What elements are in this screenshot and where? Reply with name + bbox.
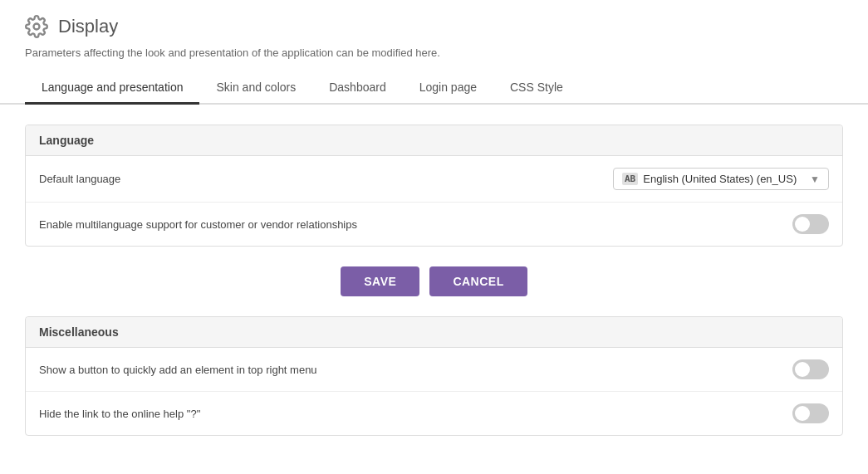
multilanguage-row: Enable multilanguage support for custome…	[26, 203, 842, 246]
page-title: Display	[58, 16, 118, 37]
hide-help-label: Hide the link to the online help "?"	[39, 408, 200, 420]
hide-help-control	[792, 403, 829, 423]
content-area: Language Default language AB English (Un…	[0, 105, 868, 474]
svg-point-0	[34, 24, 40, 30]
tab-dashboard[interactable]: Dashboard	[312, 72, 403, 105]
miscellaneous-section: Miscellaneous Show a button to quickly a…	[25, 316, 843, 436]
language-select-wrapper[interactable]: AB English (United States) (en_US) Frenc…	[613, 168, 829, 190]
language-select[interactable]: English (United States) (en_US) French (…	[643, 173, 805, 185]
tabs-bar: Language and presentation Skin and color…	[0, 72, 868, 105]
dropdown-arrow-icon: ▼	[810, 173, 820, 185]
add-button-slider	[792, 359, 829, 379]
tab-language[interactable]: Language and presentation	[25, 72, 199, 105]
save-button[interactable]: SAVE	[341, 266, 419, 296]
lang-icon: AB	[622, 173, 638, 185]
action-buttons-row: SAVE CANCEL	[25, 266, 843, 296]
multilanguage-toggle[interactable]	[792, 214, 829, 234]
default-language-control: AB English (United States) (en_US) Frenc…	[613, 168, 829, 190]
multilanguage-label: Enable multilanguage support for custome…	[39, 218, 357, 231]
tab-css[interactable]: CSS Style	[493, 72, 580, 105]
tab-login[interactable]: Login page	[403, 72, 493, 105]
page-description: Parameters affecting the look and presen…	[0, 46, 868, 72]
page-header: Display	[0, 0, 868, 46]
cancel-button[interactable]: CANCEL	[429, 266, 527, 296]
add-button-row: Show a button to quickly add an element …	[26, 348, 842, 392]
default-language-label: Default language	[39, 173, 120, 185]
default-language-row: Default language AB English (United Stat…	[26, 156, 842, 203]
miscellaneous-section-header: Miscellaneous	[26, 317, 842, 348]
hide-help-slider	[792, 403, 829, 423]
gear-icon	[25, 15, 48, 38]
multilanguage-control	[792, 214, 829, 234]
hide-help-row: Hide the link to the online help "?"	[26, 392, 842, 435]
multilanguage-slider	[792, 214, 829, 234]
language-section-header: Language	[26, 125, 842, 156]
language-section: Language Default language AB English (Un…	[25, 125, 843, 247]
hide-help-toggle[interactable]	[792, 403, 829, 423]
add-button-label: Show a button to quickly add an element …	[39, 364, 317, 376]
add-button-toggle[interactable]	[792, 359, 829, 379]
add-button-control	[792, 359, 829, 379]
tab-skin[interactable]: Skin and colors	[199, 72, 312, 105]
